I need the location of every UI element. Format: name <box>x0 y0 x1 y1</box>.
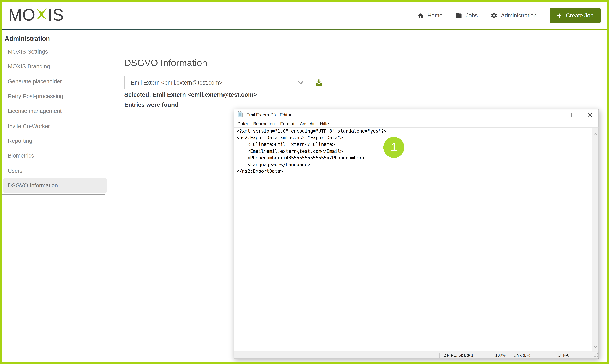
sidebar-item-users[interactable]: Users <box>2 163 115 178</box>
main-nav: Home Jobs Administration + Create Job <box>417 2 601 29</box>
moxis-logo: MOIS <box>8 7 64 23</box>
dropdown-chevron-zone[interactable] <box>294 77 307 89</box>
notepad-window: Emil Extern (1) - Editor Datei Bearbeite… <box>234 109 599 359</box>
app-viewport: MOIS Home Jobs Administration + Create J… <box>0 0 609 364</box>
annotation-badge-1: 1 <box>383 137 404 158</box>
statusbar-line-ending: Unix (LF) <box>514 352 530 358</box>
header-divider <box>2 29 607 30</box>
window-controls <box>547 109 598 120</box>
selected-entry-text: Selected: Emil Extern <emil.extern@test.… <box>124 91 257 98</box>
nav-item-home[interactable]: Home <box>417 12 443 19</box>
nav-label-jobs: Jobs <box>466 13 478 19</box>
sidebar-item-retry-postprocessing[interactable]: Retry Post-processing <box>2 89 115 104</box>
page-title: DSGVO Information <box>124 57 207 68</box>
folder-icon <box>455 13 462 19</box>
dropdown-selected-value: Emil Extern <emil.extern@test.com> <box>125 77 294 89</box>
menu-hilfe[interactable]: Hilfe <box>317 121 332 126</box>
minimize-button[interactable] <box>547 109 564 120</box>
sidebar-title: Administration <box>5 35 115 42</box>
close-button[interactable] <box>582 109 599 120</box>
statusbar-encoding: UTF-8 <box>558 352 569 358</box>
scroll-up-icon[interactable] <box>594 130 597 137</box>
menu-bearbeiten[interactable]: Bearbeiten <box>250 121 278 126</box>
statusbar-separator <box>439 353 440 358</box>
create-job-button[interactable]: + Create Job <box>550 8 601 23</box>
sidebar-item-invite-coworker[interactable]: Invite Co-Worker <box>2 118 115 133</box>
menu-format[interactable]: Format <box>278 121 297 126</box>
person-select-dropdown[interactable]: Emil Extern <emil.extern@test.com> <box>124 76 307 89</box>
notepad-menubar: Datei Bearbeiten Format Ansicht Hilfe <box>234 120 599 128</box>
notepad-text-area[interactable]: <?xml version="1.0" encoding="UTF-8" sta… <box>234 128 592 351</box>
sidebar-item-moxis-settings[interactable]: MOXIS Settings <box>2 44 115 59</box>
statusbar-zoom-level: 100% <box>495 352 506 358</box>
notepad-window-title: Emil Extern (1) - Editor <box>246 112 291 117</box>
notepad-app-icon <box>237 111 243 119</box>
sidebar-item-dsgvo-information[interactable]: DSGVO Information <box>3 178 107 193</box>
statusbar-separator <box>510 353 510 358</box>
nav-item-administration[interactable]: Administration <box>491 12 537 19</box>
create-job-label: Create Job <box>566 13 594 19</box>
sidebar-selected-underline <box>2 194 105 195</box>
top-header: MOIS Home Jobs Administration + Create J… <box>2 2 607 29</box>
notepad-titlebar[interactable]: Emil Extern (1) - Editor <box>234 109 599 120</box>
notepad-statusbar: Zeile 1, Spalte 1 100% Unix (LF) UTF-8 <box>234 351 599 359</box>
sidebar-item-biometrics[interactable]: Biometrics <box>2 148 115 163</box>
notepad-body: <?xml version="1.0" encoding="UTF-8" sta… <box>234 128 599 351</box>
home-icon <box>417 12 424 19</box>
scroll-down-icon[interactable] <box>594 343 597 350</box>
menu-datei[interactable]: Datei <box>234 121 250 126</box>
logo-text-right: IS <box>48 7 64 23</box>
nav-label-home: Home <box>427 13 443 19</box>
maximize-button[interactable] <box>564 109 582 120</box>
logo-x-icon <box>36 7 48 23</box>
gear-icon <box>491 12 498 19</box>
nav-label-administration: Administration <box>501 13 537 19</box>
logo-text-left: MO <box>8 7 35 23</box>
statusbar-separator <box>555 353 555 358</box>
nav-item-jobs[interactable]: Jobs <box>455 13 478 19</box>
admin-sidebar: Administration MOXIS Settings MOXIS Bran… <box>2 32 115 193</box>
sidebar-item-generate-placeholder[interactable]: Generate placeholder <box>2 74 115 89</box>
statusbar-separator <box>492 353 492 358</box>
sidebar-list: MOXIS Settings MOXIS Branding Generate p… <box>2 44 115 193</box>
resize-grip[interactable] <box>594 353 598 358</box>
vertical-scrollbar[interactable] <box>592 128 598 351</box>
download-icon <box>315 82 323 88</box>
chevron-down-icon <box>297 79 303 86</box>
statusbar-cursor-position: Zeile 1, Spalte 1 <box>444 352 473 358</box>
sidebar-item-license-management[interactable]: License management <box>2 104 115 119</box>
plus-icon: + <box>557 11 562 19</box>
download-button[interactable] <box>315 78 323 87</box>
sidebar-item-moxis-branding[interactable]: MOXIS Branding <box>2 59 115 74</box>
sidebar-item-reporting[interactable]: Reporting <box>2 133 115 148</box>
entries-found-text: Entries were found <box>124 101 178 108</box>
menu-ansicht[interactable]: Ansicht <box>297 121 317 126</box>
badge-number: 1 <box>391 140 397 155</box>
